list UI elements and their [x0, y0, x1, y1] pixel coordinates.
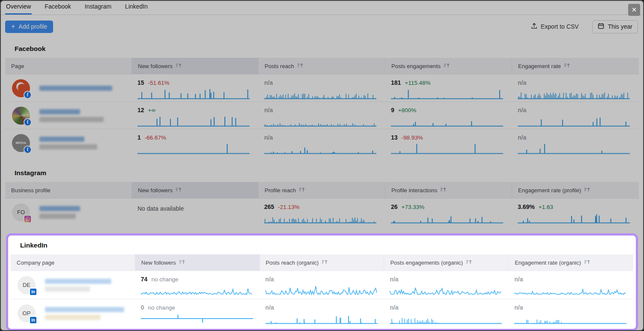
column-header-new-followers[interactable]: New followers [132, 182, 259, 198]
profile-cell[interactable]: f [5, 75, 132, 101]
column-label: Company page [17, 259, 54, 266]
profile-row: FONo data available265-21.13%26+73.33%3.… [5, 198, 639, 226]
profile-avatar: FO [12, 203, 30, 221]
avatar-initials: DE [23, 282, 30, 288]
period-selector-button[interactable]: This year [592, 20, 638, 33]
column-label: New followers [141, 259, 176, 266]
sparkline-chart [265, 285, 378, 296]
metric-cell-engagement-rate-organic: n/a [509, 271, 633, 299]
sparkline-chart [391, 88, 503, 99]
metric-cell-posts-reach: n/a [259, 129, 385, 156]
no-data-label: No data available [137, 205, 184, 212]
section-instagram: InstagramBusiness profileNew followersPr… [5, 164, 639, 226]
metric-cell-posts-engagements: 9+800% [385, 102, 512, 129]
metric-value: 0 [141, 304, 144, 311]
sparkline-chart [518, 212, 630, 224]
column-header-posts-engagements-organic[interactable]: Posts engagements (organic) [384, 254, 509, 271]
column-label: Posts reach (organic) [266, 259, 319, 266]
tab-instagram[interactable]: Instagram [84, 0, 112, 15]
metric-cell-profile-reach: 265-21.13% [259, 199, 385, 226]
column-label: Engagement rate [518, 63, 561, 69]
metric-value: n/a [265, 276, 274, 283]
column-header-profile-interactions[interactable]: Profile interactions [385, 182, 512, 198]
redacted-profile-name [39, 206, 80, 211]
metric-change: no change [151, 276, 178, 283]
column-header-engagement-rate-profile[interactable]: Engagement rate (profile) [512, 182, 639, 198]
redacted-profile-name [39, 144, 97, 149]
sparkline-chart [514, 285, 626, 296]
table-header-facebook: PageNew followersPosts reachPosts engage… [5, 58, 639, 74]
tab-facebook[interactable]: Facebook [44, 0, 72, 15]
sort-icon [466, 259, 472, 266]
sort-icon [584, 187, 590, 194]
avatar-initials: FO [17, 209, 25, 215]
sparkline-chart [264, 212, 376, 224]
export-csv-button[interactable]: Export to CSV [528, 22, 581, 31]
metric-change: +∞ [148, 107, 156, 113]
profile-cell[interactable]: FO [5, 199, 132, 226]
sparkline-chart [141, 313, 253, 324]
tab-overview[interactable]: Overview [5, 0, 32, 15]
tab-linkedin[interactable]: LinkedIn [124, 0, 149, 15]
column-label: Posts engagements (organic) [390, 259, 463, 266]
sections-container: FacebookPageNew followersPosts reachPost… [5, 40, 639, 331]
metric-value: 9 [391, 107, 394, 113]
facebook-badge-icon: f [24, 146, 32, 154]
sparkline-chart [137, 116, 250, 127]
social-tracker-window: OverviewFacebookInstagramLinkedIn ✕ + Ad… [0, 0, 644, 331]
close-button[interactable]: ✕ [628, 4, 640, 16]
metric-cell-new-followers: 74no change [135, 271, 260, 299]
profile-cell[interactable]: DEin [11, 271, 135, 299]
column-header-posts-reach-organic[interactable]: Posts reach (organic) [260, 254, 385, 271]
redacted-profile-name [39, 109, 80, 114]
metric-cell-engagement-rate-profile: 3.69%+1.63 [512, 199, 639, 226]
metric-value: n/a [514, 276, 523, 283]
profile-cell[interactable]: MEDIAf [5, 129, 132, 156]
metric-cell-new-followers: 15-51.61% [132, 75, 259, 101]
profile-cell[interactable]: OPin [11, 299, 135, 327]
column-label: Posts engagements [391, 63, 441, 69]
column-header-engagement-rate-organic[interactable]: Engagement rate (organic) [509, 254, 633, 271]
metric-cell-engagement-rate: n/a [512, 102, 639, 129]
sort-icon [564, 63, 570, 69]
metric-cell-posts-reach: n/a [259, 75, 385, 101]
sort-icon [297, 63, 304, 69]
column-header-posts-engagements[interactable]: Posts engagements [385, 58, 512, 74]
metric-change: -98.93% [402, 134, 423, 141]
column-header-posts-reach[interactable]: Posts reach [259, 58, 385, 74]
redacted-profile-name [39, 214, 76, 219]
metric-change: -66.67% [145, 134, 166, 141]
metric-change: +1.63 [539, 204, 553, 210]
metric-cell-engagement-rate-organic: n/a [509, 299, 633, 327]
column-header-company-page: Company page [11, 254, 135, 271]
add-profile-button[interactable]: + Add profile [5, 21, 53, 33]
profile-avatar: OPin [18, 304, 36, 322]
toolbar: + Add profile Export to CSV This year [5, 20, 638, 33]
period-label: This year [608, 23, 632, 30]
sparkline-chart [137, 143, 250, 154]
calendar-icon [598, 23, 604, 30]
metric-value: 15 [137, 79, 144, 86]
column-label: Page [11, 63, 24, 69]
facebook-badge-icon: f [24, 118, 32, 126]
section-title-instagram: Instagram [5, 164, 639, 182]
section-title-facebook: Facebook [5, 40, 639, 58]
metric-cell-new-followers: 1-66.67% [132, 129, 259, 156]
metric-cell-posts-reach: n/a [259, 102, 385, 129]
sparkline-chart [264, 143, 376, 154]
metric-cell-posts-engagements-organic: n/a [384, 271, 509, 299]
redacted-profile-name [39, 137, 84, 142]
avatar-logo-text: MEDIA [15, 141, 26, 145]
column-header-new-followers[interactable]: New followers [135, 254, 260, 271]
column-header-profile-reach[interactable]: Profile reach [259, 182, 385, 198]
column-header-new-followers[interactable]: New followers [132, 58, 259, 74]
profile-cell[interactable]: f [5, 102, 132, 129]
column-header-page: Page [5, 58, 132, 74]
sparkline-chart [137, 88, 250, 99]
metric-cell-engagement-rate: n/a [512, 129, 639, 156]
sparkline-chart [390, 285, 502, 296]
redacted-profile-name [39, 117, 104, 122]
sparkline-chart [264, 88, 376, 99]
section-title-linkedin: LinkedIn [11, 236, 633, 254]
column-header-engagement-rate[interactable]: Engagement rate [512, 58, 639, 74]
